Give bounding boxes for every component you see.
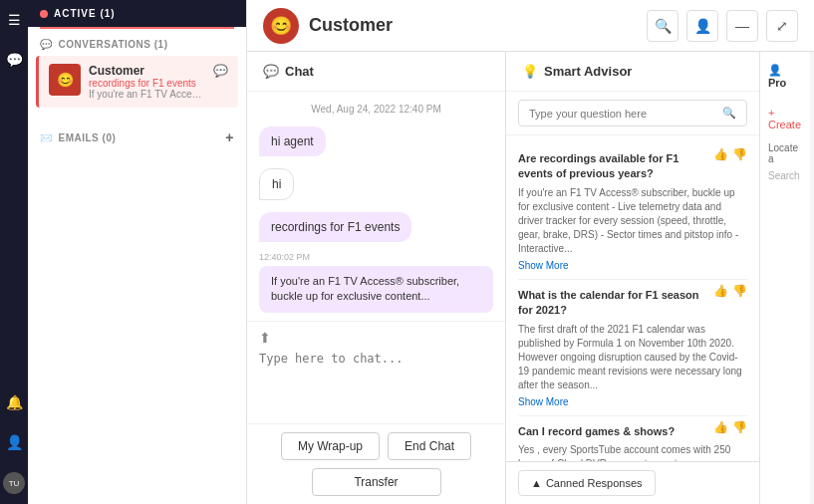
- message-long: If you're an F1 TV Access® subscriber, b…: [259, 266, 493, 313]
- chat-actions: My Wrap-up End Chat Transfer: [247, 423, 505, 504]
- thumbs-up-3[interactable]: 👍: [713, 420, 728, 434]
- expand-button[interactable]: ⤢: [766, 10, 798, 42]
- search-box: 🔍: [518, 100, 747, 126]
- qa-actions-1: 👍 👎: [713, 147, 747, 161]
- left-sidebar: ☰ 💬 🔔 👤 TU: [0, 0, 28, 504]
- chat-input-area: ⬆: [247, 321, 505, 423]
- qa-actions-2: 👍 👎: [713, 284, 747, 298]
- conv-chat-icon: 💬: [213, 64, 228, 78]
- chat-messages: Wed, Aug 24, 2022 12:40 PM hi agent hi r…: [247, 92, 505, 321]
- pro-panel: 👤 Pro + Create Locate a Search: [760, 52, 810, 504]
- content-area: 💬 Chat Wed, Aug 24, 2022 12:40 PM hi age…: [247, 52, 814, 504]
- advisor-title: Smart Advisor: [544, 64, 632, 79]
- message-bubble-hi: hi: [259, 168, 294, 200]
- thumbs-down-3[interactable]: 👎: [732, 420, 747, 434]
- wrap-up-button[interactable]: My Wrap-up: [281, 432, 380, 460]
- minimize-button[interactable]: —: [726, 10, 758, 42]
- pro-search-label: Search: [760, 170, 810, 181]
- advisor-content: Are recordings available for F1 events o…: [506, 135, 759, 461]
- message-timestamp: 12:40:02 PM: [259, 252, 493, 262]
- menu-icon[interactable]: ☰: [4, 10, 24, 30]
- emails-label: EMAILS (0): [59, 132, 117, 143]
- active-badge: ACTIVE (1): [28, 0, 246, 27]
- upload-icon[interactable]: ⬆: [259, 330, 493, 346]
- emails-section-header: ✉️ EMAILS (0) +: [28, 120, 246, 151]
- user-circle-icon[interactable]: 👤: [4, 432, 24, 452]
- canned-responses-label: Canned Responses: [546, 477, 643, 489]
- header-avatar: 😊: [263, 8, 299, 44]
- tu-avatar[interactable]: TU: [3, 472, 25, 494]
- canned-responses-button[interactable]: ▲ Canned Responses: [518, 470, 656, 496]
- advisor-footer: ▲ Canned Responses: [506, 461, 759, 504]
- chat-date: Wed, Aug 24, 2022 12:40 PM: [259, 104, 493, 115]
- chat-input[interactable]: [259, 352, 493, 411]
- chevron-up-icon: ▲: [531, 477, 542, 489]
- thumbs-down-2[interactable]: 👎: [732, 284, 747, 298]
- main-content: 😊 Customer 🔍 👤 — ⤢ 💬 Chat Wed, Aug 24, 2…: [247, 0, 814, 504]
- advisor-header: 💡 Smart Advisor: [506, 52, 759, 92]
- qa-actions-3: 👍 👎: [713, 420, 747, 434]
- header-actions: 🔍 👤 — ⤢: [647, 10, 798, 42]
- conversations-section-header: 💬 CONVERSATIONS (1): [28, 29, 246, 56]
- active-dot: [40, 10, 48, 18]
- conversations-panel: ACTIVE (1) 💬 CONVERSATIONS (1) 😊 Custome…: [28, 0, 247, 504]
- show-more-2[interactable]: Show More: [518, 396, 747, 407]
- qa-item-2: What is the calendar for F1 season for 2…: [518, 280, 747, 416]
- user-icon-pro: 👤: [768, 64, 782, 76]
- profile-button[interactable]: 👤: [686, 10, 718, 42]
- qa-answer-3: Yes , every SportsTube account comes wit…: [518, 443, 747, 461]
- thumbs-up-1[interactable]: 👍: [713, 147, 728, 161]
- search-icon[interactable]: 🔍: [722, 107, 736, 120]
- advisor-search-input[interactable]: [529, 108, 716, 120]
- conv-preview: If you're an F1 TV Access®...: [89, 89, 205, 100]
- chat-bubble-icon[interactable]: 💬: [4, 50, 24, 70]
- customer-avatar: 😊: [49, 64, 81, 96]
- info-button[interactable]: 🔍: [647, 10, 678, 42]
- pro-header: 👤 Pro: [760, 52, 810, 101]
- chat-actions-row2: Transfer: [259, 468, 493, 496]
- pro-title: Pro: [768, 77, 786, 89]
- qa-question-2: What is the calendar for F1 season for 2…: [518, 288, 713, 319]
- conv-info: Customer recordings for F1 events If you…: [89, 64, 205, 100]
- smart-advisor-panel: 💡 Smart Advisor 🔍 Are recordings availab…: [506, 52, 760, 504]
- chat-actions-row1: My Wrap-up End Chat: [259, 432, 493, 460]
- show-more-1[interactable]: Show More: [518, 260, 747, 271]
- message-bubble-recordings: recordings for F1 events: [259, 212, 411, 242]
- page-title: Customer: [309, 15, 647, 36]
- lightbulb-icon: 💡: [522, 64, 538, 79]
- thumbs-up-2[interactable]: 👍: [713, 284, 728, 298]
- conv-customer-name: Customer: [89, 64, 205, 78]
- qa-question-1: Are recordings available for F1 events o…: [518, 151, 713, 182]
- conversation-item-customer[interactable]: 😊 Customer recordings for F1 events If y…: [36, 56, 238, 108]
- transfer-button[interactable]: Transfer: [312, 468, 441, 496]
- qa-answer-2: The first draft of the 2021 F1 calendar …: [518, 323, 747, 392]
- chat-header: 😊 Customer 🔍 👤 — ⤢: [247, 0, 814, 52]
- chat-icon-small: 💬: [263, 64, 279, 79]
- qa-answer-1: If you're an F1 TV Access® subscriber, b…: [518, 186, 747, 256]
- thumbs-down-1[interactable]: 👎: [732, 147, 747, 161]
- chat-panel: 💬 Chat Wed, Aug 24, 2022 12:40 PM hi age…: [247, 52, 506, 504]
- chat-panel-title: Chat: [285, 64, 314, 79]
- conv-subject: recordings for F1 events: [89, 78, 205, 89]
- pro-locate-label: Locate a: [760, 136, 810, 170]
- end-chat-button[interactable]: End Chat: [388, 432, 471, 460]
- chat-panel-header: 💬 Chat: [247, 52, 505, 92]
- message-bubble-hi-agent: hi agent: [259, 126, 326, 156]
- qa-question-3: Can I record games & shows?: [518, 424, 675, 439]
- active-label: ACTIVE (1): [54, 8, 116, 19]
- advisor-search-area: 🔍: [506, 92, 759, 135]
- conversations-label: CONVERSATIONS (1): [59, 39, 168, 50]
- add-email-button[interactable]: +: [225, 129, 234, 145]
- bell-icon[interactable]: 🔔: [4, 392, 24, 412]
- qa-item-3: Can I record games & shows? 👍 👎 Yes , ev…: [518, 416, 747, 461]
- qa-item-1: Are recordings available for F1 events o…: [518, 143, 747, 280]
- pro-create-button[interactable]: + Create: [760, 101, 810, 136]
